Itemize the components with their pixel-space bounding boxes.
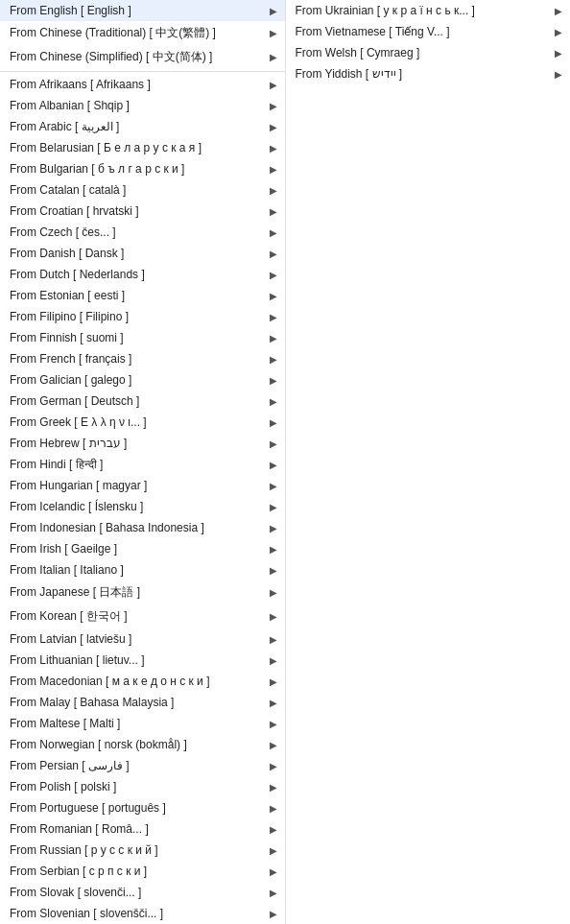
menu-item[interactable]: From Polish [ polski ]▶ xyxy=(0,776,285,797)
menu-item[interactable]: From Greek [ Ε λ λ η ν ι... ]▶ xyxy=(0,412,285,433)
menu-item-label: From Slovak [ slovenči... ] xyxy=(10,886,141,899)
menu-item[interactable]: From Hungarian [ magyar ]▶ xyxy=(0,475,285,496)
menu-item[interactable]: From Serbian [ с р п с к и ]▶ xyxy=(0,861,285,882)
menu-item-label: From Indonesian [ Bahasa Indonesia ] xyxy=(10,521,204,534)
menu-item-label: From Slovenian [ slovenšči... ] xyxy=(10,907,163,920)
menu-item-label: From German [ Deutsch ] xyxy=(10,394,139,408)
menu-item[interactable]: From Filipino [ Filipino ]▶ xyxy=(0,306,285,327)
menu-item[interactable]: From Lithuanian [ lietuv... ]▶ xyxy=(0,650,285,671)
menu-item[interactable]: From Japanese [ 日本語 ]▶ xyxy=(0,580,285,604)
menu-item-label: From Ukrainian [ у к р а ї н с ь к... ] xyxy=(296,4,475,17)
menu-item[interactable]: From Galician [ galego ]▶ xyxy=(0,369,285,391)
menu-item[interactable]: From Bulgarian [ б ъ л г а р с к и ]▶ xyxy=(0,158,285,179)
menu-item-label: From Norwegian [ norsk (bokmål) ] xyxy=(10,738,187,751)
menu-item[interactable]: From Italian [ Italiano ]▶ xyxy=(0,559,285,580)
menu-item-label: From Danish [ Dansk ] xyxy=(10,247,124,260)
submenu-arrow-icon: ▶ xyxy=(270,6,277,16)
submenu-arrow-icon: ▶ xyxy=(270,122,277,132)
right-column: From Ukrainian [ у к р а ї н с ь к... ]▶… xyxy=(286,0,571,924)
submenu-arrow-icon: ▶ xyxy=(270,375,277,386)
submenu-arrow-icon: ▶ xyxy=(270,438,277,449)
submenu-arrow-icon: ▶ xyxy=(270,655,277,666)
submenu-arrow-icon: ▶ xyxy=(270,52,277,62)
menu-item[interactable]: From Icelandic [ Íslensku ]▶ xyxy=(0,496,285,517)
menu-item[interactable]: From Russian [ р у с с к и й ]▶ xyxy=(0,840,285,861)
menu-item[interactable]: From English [ English ]▶ xyxy=(0,0,285,21)
menu-item-label: From Hungarian [ magyar ] xyxy=(10,479,147,492)
menu-item[interactable]: From Chinese (Simplified) [ 中文(简体) ]▶ xyxy=(0,45,285,69)
submenu-arrow-icon: ▶ xyxy=(270,824,277,835)
submenu-arrow-icon: ▶ xyxy=(270,354,277,365)
menu-item-label: From Romanian [ Româ... ] xyxy=(10,822,149,836)
menu-item[interactable]: From Chinese (Traditional) [ 中文(繁體) ]▶ xyxy=(0,21,285,45)
menu-item[interactable]: From Malay [ Bahasa Malaysia ]▶ xyxy=(0,692,285,713)
menu-item[interactable]: From Irish [ Gaeilge ]▶ xyxy=(0,538,285,559)
submenu-arrow-icon: ▶ xyxy=(270,291,277,301)
menu-item-label: From Afrikaans [ Afrikaans ] xyxy=(10,78,151,91)
menu-item-label: From Hebrew [ עברית ] xyxy=(10,437,127,450)
divider-3 xyxy=(0,71,285,72)
menu-item[interactable]: From Persian [ فارسی ]▶ xyxy=(0,755,285,776)
menu-item[interactable]: From Albanian [ Shqip ]▶ xyxy=(0,95,285,116)
menu-item[interactable]: From Slovak [ slovenči... ]▶ xyxy=(0,882,285,903)
submenu-arrow-icon: ▶ xyxy=(270,460,277,470)
submenu-arrow-icon: ▶ xyxy=(270,565,277,576)
menu-item[interactable]: From Estonian [ eesti ]▶ xyxy=(0,285,285,306)
menu-item[interactable]: From Korean [ 한국어 ]▶ xyxy=(0,604,285,628)
menu-item[interactable]: From Latvian [ latviešu ]▶ xyxy=(0,628,285,650)
menu-item-label: From Finnish [ suomi ] xyxy=(10,331,124,344)
menu-item-label: From Maltese [ Malti ] xyxy=(10,717,120,730)
menu-item[interactable]: From Portuguese [ português ]▶ xyxy=(0,797,285,818)
menu-item[interactable]: From Vietnamese [ Tiếng V... ]▶ xyxy=(286,21,571,42)
menu-item-label: From Korean [ 한국어 ] xyxy=(10,608,128,625)
submenu-arrow-icon: ▶ xyxy=(270,80,277,90)
menu-item[interactable]: From Romanian [ Româ... ]▶ xyxy=(0,818,285,840)
submenu-arrow-icon: ▶ xyxy=(270,143,277,154)
menu-item[interactable]: From Finnish [ suomi ]▶ xyxy=(0,327,285,348)
menu-item[interactable]: From Croatian [ hrvatski ]▶ xyxy=(0,201,285,222)
menu-item[interactable]: From Belarusian [ Б е л а р у с к а я ]▶ xyxy=(0,137,285,158)
menu-item[interactable]: From Catalan [ català ]▶ xyxy=(0,179,285,201)
submenu-arrow-icon: ▶ xyxy=(270,719,277,729)
submenu-arrow-icon: ▶ xyxy=(270,587,277,598)
menu-item[interactable]: From Slovenian [ slovenšči... ]▶ xyxy=(0,903,285,924)
menu-item-label: From Macedonian [ м а к е д о н с к и ] xyxy=(10,675,210,688)
menu-item[interactable]: From Welsh [ Cymraeg ]▶ xyxy=(286,42,571,63)
submenu-arrow-icon: ▶ xyxy=(270,845,277,856)
menu-item[interactable]: From Danish [ Dansk ]▶ xyxy=(0,243,285,264)
menu-item[interactable]: From Norwegian [ norsk (bokmål) ]▶ xyxy=(0,734,285,755)
menu-item-label: From Welsh [ Cymraeg ] xyxy=(296,46,420,59)
menu-item[interactable]: From Afrikaans [ Afrikaans ]▶ xyxy=(0,74,285,95)
menu-item-label: From Polish [ polski ] xyxy=(10,780,116,794)
menu-item-label: From Icelandic [ Íslensku ] xyxy=(10,500,143,513)
menu-item-label: From Filipino [ Filipino ] xyxy=(10,310,129,323)
menu-item[interactable]: From Czech [ čes... ]▶ xyxy=(0,222,285,243)
submenu-arrow-icon: ▶ xyxy=(270,333,277,344)
submenu-arrow-icon: ▶ xyxy=(555,27,562,37)
submenu-arrow-icon: ▶ xyxy=(270,740,277,750)
submenu-arrow-icon: ▶ xyxy=(270,312,277,322)
menu-item[interactable]: From Ukrainian [ у к р а ї н с ь к... ]▶ xyxy=(286,0,571,21)
menu-item[interactable]: From Yiddish [ יידיש ]▶ xyxy=(286,63,571,84)
menu-item-label: From Albanian [ Shqip ] xyxy=(10,99,130,112)
menu-item-label: From Dutch [ Nederlands ] xyxy=(10,268,145,281)
submenu-arrow-icon: ▶ xyxy=(270,909,277,919)
menu-item[interactable]: From Arabic [ العربية ]▶ xyxy=(0,116,285,137)
menu-item-label: From Catalan [ català ] xyxy=(10,183,126,197)
menu-item[interactable]: From German [ Deutsch ]▶ xyxy=(0,391,285,412)
menu-item[interactable]: From Hebrew [ עברית ]▶ xyxy=(0,433,285,454)
menu-item[interactable]: From Maltese [ Malti ]▶ xyxy=(0,713,285,734)
menu-item-label: From Bulgarian [ б ъ л г а р с к и ] xyxy=(10,162,184,176)
menu-item[interactable]: From French [ français ]▶ xyxy=(0,348,285,369)
submenu-arrow-icon: ▶ xyxy=(270,761,277,771)
submenu-arrow-icon: ▶ xyxy=(270,28,277,38)
menu-item[interactable]: From Hindi [ हिन्दी ]▶ xyxy=(0,454,285,475)
menu-item[interactable]: From Dutch [ Nederlands ]▶ xyxy=(0,264,285,285)
menu-item[interactable]: From Macedonian [ м а к е д о н с к и ]▶ xyxy=(0,671,285,692)
submenu-arrow-icon: ▶ xyxy=(270,206,277,217)
submenu-arrow-icon: ▶ xyxy=(270,502,277,512)
submenu-arrow-icon: ▶ xyxy=(270,888,277,898)
menu-item[interactable]: From Indonesian [ Bahasa Indonesia ]▶ xyxy=(0,517,285,538)
left-column: From English [ English ]▶From Chinese (T… xyxy=(0,0,286,924)
menu-item-label: From Lithuanian [ lietuv... ] xyxy=(10,653,145,667)
